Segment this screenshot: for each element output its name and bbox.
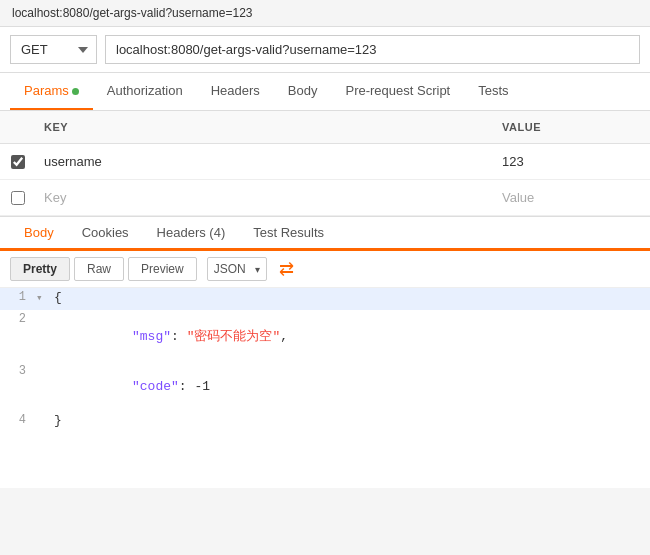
- line-content-4: }: [50, 411, 650, 430]
- pretty-button[interactable]: Pretty: [10, 257, 70, 281]
- resp-tab-body[interactable]: Body: [10, 217, 68, 248]
- tab-tests[interactable]: Tests: [464, 73, 522, 110]
- line-content-1: {: [50, 288, 650, 307]
- request-row: GET POST PUT DELETE PATCH: [0, 27, 650, 73]
- row-1-value[interactable]: 123: [490, 148, 650, 175]
- line-num-2: 2: [0, 310, 36, 326]
- tab-prerequest[interactable]: Pre-request Script: [331, 73, 464, 110]
- resp-tab-test-results[interactable]: Test Results: [239, 217, 338, 248]
- row-1-checkbox-cell: [0, 155, 36, 169]
- line-num-4: 4: [0, 411, 36, 427]
- params-row-1: username 123: [0, 144, 650, 180]
- line-arrow-1: ▾: [36, 288, 50, 304]
- line-arrow-3: [36, 362, 50, 365]
- tab-headers[interactable]: Headers: [197, 73, 274, 110]
- row-1-checkbox[interactable]: [11, 155, 25, 169]
- type-selector-wrap: JSON XML HTML Text ▾: [207, 257, 267, 281]
- raw-button[interactable]: Raw: [74, 257, 124, 281]
- tab-params[interactable]: Params: [10, 73, 93, 110]
- line-arrow-4: [36, 411, 50, 414]
- request-tabs: Params Authorization Headers Body Pre-re…: [0, 73, 650, 111]
- value-column-header: VALUE: [490, 117, 650, 137]
- code-line-4: 4 }: [0, 411, 650, 433]
- wrap-icon[interactable]: ⇄: [279, 258, 294, 280]
- params-table: KEY VALUE username 123 Key Value: [0, 111, 650, 217]
- tab-authorization[interactable]: Authorization: [93, 73, 197, 110]
- line-num-3: 3: [0, 362, 36, 378]
- row-2-checkbox-cell: [0, 191, 36, 205]
- code-line-2: 2 "msg": "密码不能为空",: [0, 310, 650, 362]
- line-content-2: "msg": "密码不能为空",: [50, 310, 650, 362]
- line-num-1: 1: [0, 288, 36, 304]
- row-2-value[interactable]: Value: [490, 184, 650, 211]
- params-dot: [72, 88, 79, 95]
- line-content-3: "code": -1: [50, 362, 650, 411]
- type-select-arrow-icon: ▾: [253, 260, 266, 279]
- code-line-1: 1 ▾ {: [0, 288, 650, 310]
- tab-body[interactable]: Body: [274, 73, 332, 110]
- line-arrow-2: [36, 310, 50, 313]
- preview-button[interactable]: Preview: [128, 257, 197, 281]
- resp-tab-headers[interactable]: Headers (4): [143, 217, 240, 248]
- type-select[interactable]: JSON XML HTML Text: [208, 258, 253, 280]
- method-select[interactable]: GET POST PUT DELETE PATCH: [10, 35, 97, 64]
- json-code-area: 1 ▾ { 2 "msg": "密码不能为空", 3 "code": -1 4 …: [0, 288, 650, 488]
- row-1-key[interactable]: username: [36, 148, 490, 175]
- key-column-header: KEY: [0, 117, 490, 137]
- row-2-key[interactable]: Key: [36, 184, 490, 211]
- response-tabs: Body Cookies Headers (4) Test Results: [0, 217, 650, 251]
- row-2-checkbox[interactable]: [11, 191, 25, 205]
- resp-tab-cookies[interactable]: Cookies: [68, 217, 143, 248]
- response-toolbar: Pretty Raw Preview JSON XML HTML Text ▾ …: [0, 251, 650, 288]
- url-input[interactable]: [105, 35, 640, 64]
- top-url-display: localhost:8080/get-args-valid?username=1…: [0, 0, 650, 27]
- code-line-3: 3 "code": -1: [0, 362, 650, 411]
- params-table-header: KEY VALUE: [0, 111, 650, 144]
- params-row-2: Key Value: [0, 180, 650, 216]
